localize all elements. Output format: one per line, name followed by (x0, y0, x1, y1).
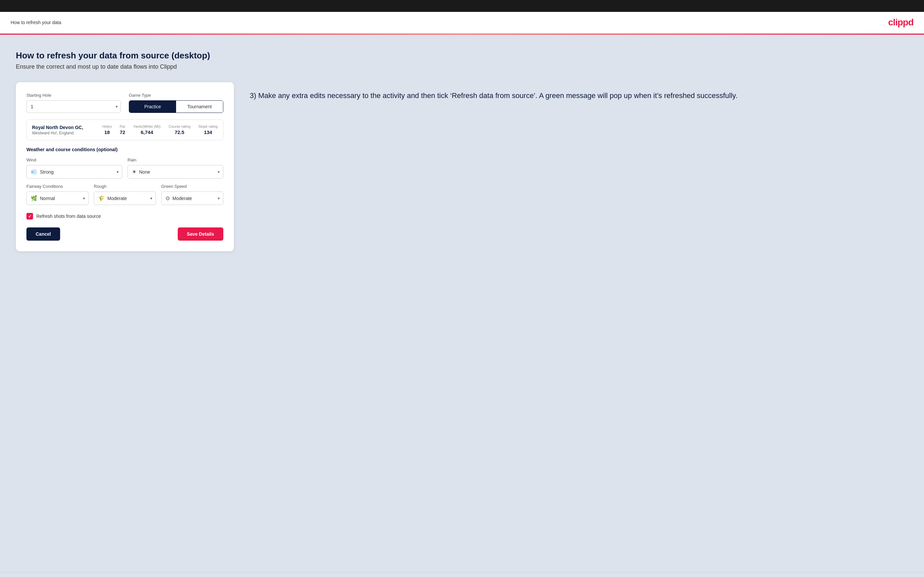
sidebar-text: 3) Make any extra edits necessary to the… (250, 82, 908, 101)
refresh-label: Refresh shots from data source (36, 214, 101, 219)
yards-label: Yards(White (M)) (133, 124, 160, 128)
form-actions: Cancel Save Details (26, 227, 223, 241)
wind-chevron-icon: ▾ (116, 170, 119, 174)
cancel-button[interactable]: Cancel (26, 227, 60, 241)
rough-label: Rough (94, 184, 156, 189)
slope-rating-stat: Slope rating 134 (198, 124, 218, 135)
rain-label: Rain (128, 158, 223, 163)
holes-value: 18 (104, 129, 110, 135)
fairway-chevron-icon: ▾ (83, 196, 85, 201)
page-heading: How to refresh your data from source (de… (16, 50, 908, 61)
rough-icon: 🌾 (98, 195, 105, 201)
refresh-checkbox-row: ✓ Refresh shots from data source (26, 213, 223, 219)
conditions-bottom-row: Fairway Conditions 🌿 Normal ▾ Rough 🌾 Mo… (26, 184, 223, 205)
course-rating-stat: Course rating 72.5 (168, 124, 190, 135)
fairway-dropdown[interactable]: 🌿 Normal ▾ (26, 192, 89, 205)
logo: clippd (888, 17, 913, 28)
rain-chevron-icon: ▾ (218, 170, 220, 174)
wind-rain-row: Wind 💨 Strong ▾ Rain ☀ None ▾ (26, 158, 223, 179)
course-rating-label: Course rating (168, 124, 190, 128)
tournament-button[interactable]: Tournament (176, 101, 223, 113)
practice-button[interactable]: Practice (129, 101, 176, 113)
yards-value: 6,744 (141, 129, 153, 135)
rain-value: None (139, 169, 211, 175)
green-speed-dropdown[interactable]: ⊙ Moderate ▾ (161, 192, 223, 205)
slope-rating-label: Slope rating (198, 124, 218, 128)
fairway-icon: 🌿 (31, 195, 37, 201)
wind-dropdown[interactable]: 💨 Strong ▾ (26, 165, 122, 179)
top-bar (0, 0, 924, 12)
check-icon: ✓ (28, 214, 32, 219)
refresh-checkbox[interactable]: ✓ (26, 213, 33, 219)
sidebar-instruction: 3) Make any extra edits necessary to the… (250, 90, 908, 101)
rough-value: Moderate (107, 196, 144, 201)
wind-icon: 💨 (31, 169, 37, 175)
fairway-value: Normal (40, 196, 76, 201)
course-name: Royal North Devon GC, (32, 125, 102, 130)
fairway-label: Fairway Conditions (26, 184, 89, 189)
green-speed-chevron-icon: ▾ (218, 196, 220, 201)
rain-group: Rain ☀ None ▾ (128, 158, 223, 179)
par-stat: Par 72 (120, 124, 125, 135)
form-card: Starting Hole 1 ▾ Game Type Practice Tou… (16, 82, 234, 251)
course-location: Westward Ho!, England (32, 131, 102, 135)
holes-label: Holes (102, 124, 111, 128)
fairway-group: Fairway Conditions 🌿 Normal ▾ (26, 184, 89, 205)
content-layout: Starting Hole 1 ▾ Game Type Practice Tou… (16, 82, 908, 251)
rain-dropdown[interactable]: ☀ None ▾ (128, 165, 223, 179)
main-content: How to refresh your data from source (de… (0, 35, 924, 572)
wind-value: Strong (40, 169, 110, 175)
rough-dropdown[interactable]: 🌾 Moderate ▾ (94, 192, 156, 205)
rough-group: Rough 🌾 Moderate ▾ (94, 184, 156, 205)
save-details-button[interactable]: Save Details (178, 227, 224, 241)
rough-chevron-icon: ▾ (150, 196, 152, 201)
starting-hole-gametype-row: Starting Hole 1 ▾ Game Type Practice Tou… (26, 93, 223, 113)
course-rating-value: 72.5 (175, 129, 184, 135)
course-stats: Holes 18 Par 72 Yards(White (M)) 6,744 C… (102, 124, 218, 135)
green-speed-value: Moderate (173, 196, 211, 201)
par-label: Par (120, 124, 125, 128)
page-subheading: Ensure the correct and most up to date d… (16, 63, 908, 70)
header-title: How to refresh your data (11, 20, 61, 25)
course-row: Royal North Devon GC, Westward Ho!, Engl… (26, 119, 223, 140)
game-type-label: Game Type (129, 93, 223, 98)
footer: Copyright Clippd 2022 (0, 572, 924, 577)
starting-hole-group: Starting Hole 1 ▾ (26, 93, 121, 113)
par-value: 72 (120, 129, 125, 135)
wind-group: Wind 💨 Strong ▾ (26, 158, 122, 179)
green-speed-group: Green Speed ⊙ Moderate ▾ (161, 184, 223, 205)
game-type-group: Game Type Practice Tournament (129, 93, 223, 113)
rain-icon: ☀ (132, 169, 136, 175)
holes-stat: Holes 18 (102, 124, 111, 135)
yards-stat: Yards(White (M)) 6,744 (133, 124, 160, 135)
green-speed-label: Green Speed (161, 184, 223, 189)
starting-hole-label: Starting Hole (26, 93, 121, 98)
wind-label: Wind (26, 158, 122, 163)
slope-rating-value: 134 (204, 129, 212, 135)
starting-hole-select[interactable]: 1 (26, 100, 121, 113)
starting-hole-select-wrapper[interactable]: 1 ▾ (26, 100, 121, 113)
course-info: Royal North Devon GC, Westward Ho!, Engl… (32, 125, 102, 135)
green-speed-icon: ⊙ (165, 195, 170, 201)
header: How to refresh your data clippd (0, 12, 924, 34)
game-type-toggle: Practice Tournament (129, 100, 223, 113)
conditions-title: Weather and course conditions (optional) (26, 147, 223, 152)
